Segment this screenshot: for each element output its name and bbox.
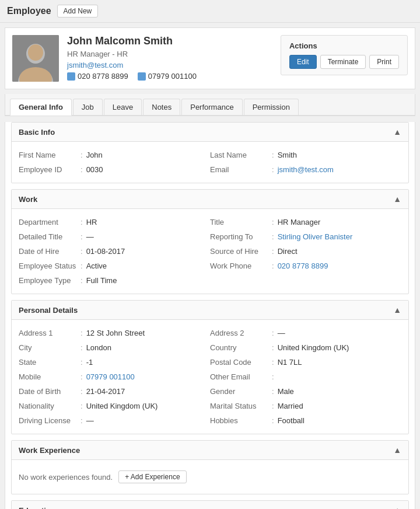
postal-code-value: N1 7LL — [278, 358, 302, 367]
personal-details-body: Address 1 : 12 St John Street City : Lon… — [12, 320, 408, 434]
add-new-button[interactable]: Add New — [57, 5, 99, 18]
mobile-number: 07979 001100 — [148, 72, 197, 81]
employee-email-link[interactable]: jsmith@test.com — [67, 61, 123, 69]
employee-id-value: 0030 — [86, 165, 103, 174]
hobbies-label: Hobbies — [210, 416, 268, 425]
field-address1: Address 1 : 12 St John Street — [19, 326, 210, 340]
tab-general-info[interactable]: General Info — [10, 99, 72, 116]
field-marital-status: Marital Status : Married — [210, 399, 401, 413]
reporting-to-label: Reporting To — [210, 232, 268, 241]
work-fields: Department : HR Detailed Title : — Date … — [19, 215, 401, 288]
field-reporting-to: Reporting To : Stirling Oliver Banister — [210, 229, 401, 244]
print-button[interactable]: Print — [369, 55, 399, 69]
nationality-label: Nationality — [19, 402, 77, 410]
basic-info-fields: First Name : John Employee ID : 0030 Las… — [19, 148, 401, 177]
basic-info-toggle: ▲ — [393, 127, 401, 137]
department-label: Department — [19, 218, 77, 226]
terminate-button[interactable]: Terminate — [320, 55, 366, 69]
phone-contact: 020 8778 8899 — [67, 72, 128, 81]
page-title: Employee — [7, 6, 51, 16]
tabs-bar: General Info Job Leave Notes Performance… — [5, 94, 415, 116]
basic-info-header[interactable]: Basic Info ▲ — [12, 123, 408, 142]
field-date-of-hire: Date of Hire : 01-08-2017 — [19, 244, 210, 259]
employee-info: John Malcomn Smith HR Manager - HR jsmit… — [67, 35, 281, 81]
date-of-hire-label: Date of Hire — [19, 247, 77, 256]
field-other-email: Other Email : — [210, 369, 401, 384]
field-nationality: Nationality : United Kingdom (UK) — [19, 399, 210, 413]
field-dob: Date of Birth : 21-04-2017 — [19, 384, 210, 399]
field-mobile: Mobile : 07979 001100 — [19, 369, 210, 384]
city-value: London — [86, 343, 111, 352]
svg-point-3 — [28, 44, 43, 61]
first-name-label: First Name — [19, 151, 77, 159]
basic-info-body: First Name : John Employee ID : 0030 Las… — [12, 142, 408, 183]
add-experience-button[interactable]: + Add Experience — [118, 470, 186, 483]
field-country: Country : United Kingdom (UK) — [210, 340, 401, 355]
tab-performance[interactable]: Performance — [181, 99, 242, 115]
education-header[interactable]: Education ▲ — [12, 501, 408, 509]
gender-value: Male — [278, 387, 294, 396]
tab-permission[interactable]: Permission — [244, 99, 299, 115]
field-hobbies: Hobbies : Football — [210, 413, 401, 428]
field-postal-code: Postal Code : N1 7LL — [210, 355, 401, 369]
work-right: Title : HR Manager Reporting To : Stirli… — [210, 215, 401, 288]
edit-button[interactable]: Edit — [289, 55, 317, 69]
field-city: City : London — [19, 340, 210, 355]
state-value: -1 — [86, 358, 93, 367]
field-source-of-hire: Source of Hire : Direct — [210, 244, 401, 259]
dob-label: Date of Birth — [19, 387, 77, 396]
personal-details-section: Personal Details ▲ Address 1 : 12 St Joh… — [11, 300, 409, 434]
work-experience-body: No work experiences found. + Add Experie… — [12, 460, 408, 494]
work-left: Department : HR Detailed Title : — Date … — [19, 215, 210, 288]
field-last-name: Last Name : Smith — [210, 148, 401, 162]
employee-card: John Malcomn Smith HR Manager - HR jsmit… — [5, 27, 415, 89]
driving-license-value: — — [86, 416, 94, 425]
reporting-to-value: Stirling Oliver Banister — [278, 232, 353, 241]
mobile-icon — [138, 72, 146, 81]
address2-value: — — [278, 329, 285, 337]
field-detailed-title: Detailed Title : — — [19, 229, 210, 244]
mobile-value: 07979 001100 — [86, 372, 135, 381]
field-first-name: First Name : John — [19, 148, 210, 162]
title-label: Title — [210, 218, 268, 226]
email-link[interactable]: jsmith@test.com — [278, 165, 334, 174]
country-value: United Kingdom (UK) — [278, 343, 349, 352]
other-email-label: Other Email — [210, 372, 268, 381]
employee-email: jsmith@test.com — [67, 61, 281, 69]
field-email: Email : jsmith@test.com — [210, 162, 401, 177]
work-header[interactable]: Work ▲ — [12, 190, 408, 209]
last-name-value: Smith — [278, 151, 297, 159]
work-experience-header[interactable]: Work Experience ▲ — [12, 441, 408, 460]
employee-role: HR Manager - HR — [67, 50, 281, 58]
field-state: State : -1 — [19, 355, 210, 369]
work-phone-link[interactable]: 020 8778 8899 — [278, 262, 328, 270]
address1-value: 12 St John Street — [86, 329, 145, 337]
employee-name: John Malcomn Smith — [67, 35, 281, 47]
employee-type-label: Employee Type — [19, 276, 77, 285]
personal-details-header[interactable]: Personal Details ▲ — [12, 301, 408, 320]
title-value: HR Manager — [278, 218, 321, 226]
marital-status-value: Married — [278, 402, 303, 410]
education-title: Education — [19, 506, 55, 510]
work-phone-value: 020 8778 8899 — [278, 262, 328, 270]
personal-details-right: Address 2 : — Country : United Kingdom (… — [210, 326, 401, 428]
reporting-to-link[interactable]: Stirling Oliver Banister — [278, 232, 353, 241]
postal-code-label: Postal Code — [210, 358, 268, 367]
source-of-hire-value: Direct — [278, 247, 298, 256]
mobile-link[interactable]: 07979 001100 — [86, 372, 135, 381]
basic-info-title: Basic Info — [19, 128, 55, 137]
department-value: HR — [86, 218, 97, 226]
field-driving-license: Driving License : — — [19, 413, 210, 428]
field-address2: Address 2 : — — [210, 326, 401, 340]
field-employee-id: Employee ID : 0030 — [19, 162, 210, 177]
tab-notes[interactable]: Notes — [143, 99, 180, 115]
tab-leave[interactable]: Leave — [104, 99, 142, 115]
field-department: Department : HR — [19, 215, 210, 229]
page-header: Employee Add New — [0, 0, 420, 23]
date-of-hire-value: 01-08-2017 — [86, 247, 125, 256]
work-title: Work — [19, 195, 37, 204]
actions-title: Actions — [289, 41, 399, 50]
content-area: Basic Info ▲ First Name : John Employee … — [5, 122, 415, 509]
field-gender: Gender : Male — [210, 384, 401, 399]
tab-job[interactable]: Job — [73, 99, 103, 115]
